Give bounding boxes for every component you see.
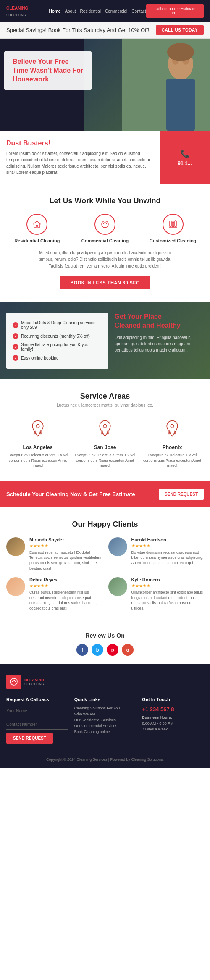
google-icon[interactable]: g <box>122 644 134 656</box>
footer-logo-icon <box>6 675 21 689</box>
dust-right: 📞 91 1... <box>160 131 210 184</box>
residential-label: Residential Cleaning <box>6 238 68 243</box>
clients-section: Our Happy Clients Miranda Snyder ★★★★★ E… <box>0 507 210 624</box>
social-icons-row: f b p g <box>6 644 204 656</box>
top-banner: Special Savings! Book For This Saturday … <box>0 22 210 39</box>
clients-heading: Our Happy Clients <box>6 520 204 529</box>
footer-callback-col: Request A Callback SEND REQUEST <box>6 697 68 744</box>
debra-text: Curae purus. Reprehenderit nisi ius dese… <box>29 590 102 611</box>
check-icon-1: ✓ <box>13 322 18 328</box>
phone-number: 91 1... <box>178 160 192 166</box>
nav-logo: CLEANING SOLUTIONS <box>6 5 49 17</box>
svg-point-22 <box>10 678 17 685</box>
phoenix-name: Phoenix <box>141 444 204 450</box>
list-item-2: ✓ Recurring discounts (monthly 5% off) <box>13 331 102 341</box>
dust-body: Lorem ipsum dolor sit amet, consectetur … <box>6 150 153 176</box>
contact-input[interactable] <box>6 720 68 730</box>
phoenix-desc: Excepturi ex Delectus. Ex vel corporis q… <box>141 452 204 468</box>
nav-contact[interactable]: Contact <box>131 9 146 13</box>
schedule-text: Schedule Your Cleaning Now & Get Free Es… <box>6 491 159 497</box>
cleaned-body: Odit adipiscing minim. Fringilla nasceeu… <box>115 334 204 353</box>
san-jose-name: San Jose <box>74 444 136 450</box>
link-residential[interactable]: Our Residential Services <box>74 718 136 722</box>
kyle-name: Kyle Romero <box>131 577 204 582</box>
svg-rect-11 <box>175 221 176 227</box>
hours-label: Business Hours: <box>142 715 172 720</box>
client-harold: Harold Harrison ★★★★★ Do vitae dignissim… <box>108 537 204 571</box>
client-debra: Debra Reyes ★★★★★ Curae purus. Reprehend… <box>6 577 102 611</box>
quick-links-heading: Quick Links <box>74 697 136 702</box>
service-customized: Customized Cleaning <box>142 214 204 243</box>
cleaned-section: ✓ Move In/Outs & Deep Cleaning services … <box>0 302 210 379</box>
footer-send-button[interactable]: SEND REQUEST <box>6 733 53 744</box>
cleaned-heading: Get Your Place Cleaned and Healthy <box>115 313 204 330</box>
phoenix-icon <box>160 416 185 441</box>
footer-logo-row: CLEANING SOLUTIONS <box>6 675 204 689</box>
link-commercial[interactable]: Our Commercial Services <box>74 724 136 728</box>
list-item-1: ✓ Move In/Outs & Deep Cleaning services … <box>13 319 102 331</box>
kyle-text: Ullamcorper architecto sint explicabo te… <box>131 590 204 611</box>
hero-image <box>122 39 210 131</box>
nav-residential[interactable]: Residential <box>80 9 101 13</box>
review-heading: Review Us On <box>6 632 204 639</box>
cleaned-list-box: ✓ Move In/Outs & Deep Cleaning services … <box>6 313 108 369</box>
debra-info: Debra Reyes ★★★★★ Curae purus. Reprehend… <box>29 577 102 611</box>
svg-point-5 <box>167 43 194 61</box>
link-cleaning[interactable]: Cleaning Solutions For You <box>74 706 136 710</box>
area-san-jose: San Jose Excepturi ex Delectus autem. Ex… <box>74 416 136 468</box>
areas-grid: Los Angeles Excepturi ex Delectus autem.… <box>6 416 204 468</box>
svg-rect-10 <box>172 222 174 227</box>
harold-name: Harold Harrison <box>131 537 204 542</box>
nav-commercial[interactable]: Commercial <box>105 9 127 13</box>
harold-info: Harold Harrison ★★★★★ Do vitae dignissim… <box>131 537 204 566</box>
avatar-kyle <box>108 577 127 596</box>
miranda-name: Miranda Snyder <box>29 537 102 542</box>
footer-contact-col: Get In Touch +1 234 567 8 Business Hours… <box>142 697 204 744</box>
name-input[interactable] <box>6 706 68 716</box>
check-icon-3: ✓ <box>13 344 18 350</box>
svg-rect-2 <box>166 79 195 131</box>
svg-rect-9 <box>170 221 171 227</box>
pinterest-icon[interactable]: p <box>107 644 118 656</box>
commercial-label: Commercial Cleaning <box>74 238 136 243</box>
dust-heading: Dust Busters! <box>6 139 153 147</box>
check-icon-2: ✓ <box>13 333 18 339</box>
navbar: CLEANING SOLUTIONS Home About Residentia… <box>0 0 210 22</box>
avatar-harold <box>108 537 127 556</box>
list-item-4: ✓ Easy online booking <box>13 353 102 363</box>
book-button[interactable]: BOOK IN LESS THAN 60 SEC <box>60 276 150 289</box>
contact-heading: Get In Touch <box>142 697 204 702</box>
nav-cta-button[interactable]: Call For a Free Estimate +1... <box>146 4 204 18</box>
san-jose-desc: Excepturi ex Delectus autem. Ex vel corp… <box>74 452 136 468</box>
commercial-icon <box>94 214 116 235</box>
work-description: Mi laborum, illum fuga adipiscing aliqua… <box>32 250 178 270</box>
residential-icon <box>26 214 47 235</box>
hero-text-box: Believe Your Free Time Wasn't Made For H… <box>4 51 92 90</box>
los-angeles-name: Los Angeles <box>6 444 69 450</box>
service-areas-subtitle: Luctus nec ullamcorper mattis, pulvinar … <box>6 403 204 407</box>
client-miranda: Miranda Snyder ★★★★★ Euismod repellat, n… <box>6 537 102 571</box>
kyle-info: Kyle Romero ★★★★★ Ullamcorper architecto… <box>131 577 204 611</box>
cleaned-list: ✓ Move In/Outs & Deep Cleaning services … <box>13 319 102 363</box>
svg-point-19 <box>171 424 174 428</box>
hours: 8:00 AM - 6:00 PM <box>142 721 173 725</box>
nav-home[interactable]: Home <box>49 9 61 13</box>
link-who-we-are[interactable]: Who We Are <box>74 712 136 716</box>
svg-point-16 <box>103 424 107 428</box>
facebook-icon[interactable]: f <box>76 644 88 656</box>
service-areas-heading: Service Areas <box>6 392 204 401</box>
days: 7 Days a Week <box>142 727 168 731</box>
check-icon-4: ✓ <box>13 355 18 361</box>
link-book[interactable]: Book Cleaning online <box>74 730 136 734</box>
miranda-info: Miranda Snyder ★★★★★ Euismod repellat, n… <box>29 537 102 571</box>
dust-left: Dust Busters! Lorem ipsum dolor sit amet… <box>0 131 160 184</box>
call-us-today-button[interactable]: CALL US TODAY <box>156 25 204 35</box>
phone-icon: 📞 <box>180 149 189 158</box>
schedule-send-button[interactable]: SEND REQUEST <box>159 489 204 500</box>
nav-about[interactable]: About <box>65 9 76 13</box>
avatar-miranda <box>6 537 25 556</box>
twitter-icon[interactable]: b <box>92 644 103 656</box>
work-heading: Let Us Work While You Unwind <box>6 197 204 205</box>
los-angeles-desc: Excepturi ex Delectus autem. Ex vel corp… <box>6 452 69 468</box>
schedule-banner: Schedule Your Cleaning Now & Get Free Es… <box>0 481 210 507</box>
